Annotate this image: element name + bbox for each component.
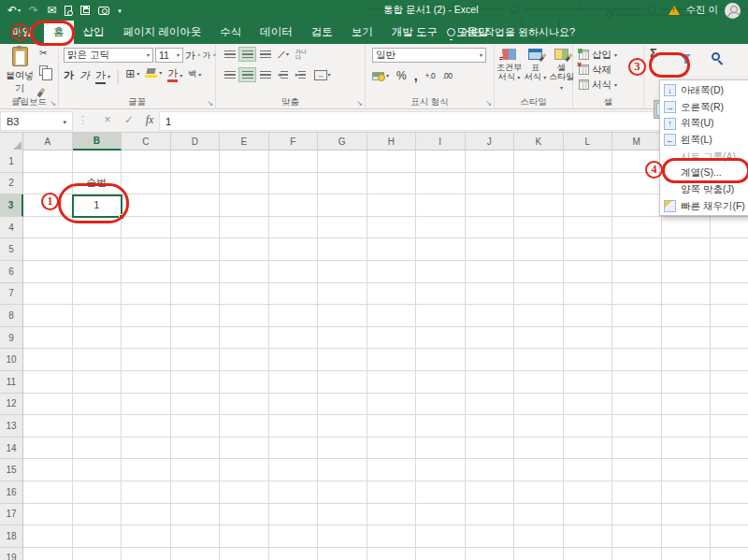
align-center-button[interactable] [239, 68, 255, 81]
cell-F18[interactable] [269, 525, 319, 548]
column-header-K[interactable]: K [514, 133, 564, 151]
sort-filter-button[interactable] [680, 48, 691, 65]
increase-indent-button[interactable]: ▸ [293, 68, 309, 81]
cell-I7[interactable] [416, 283, 466, 306]
cell-K8[interactable] [514, 305, 564, 327]
cell-I14[interactable] [416, 438, 466, 460]
cell-D1[interactable] [171, 151, 221, 173]
cell-N16[interactable] [662, 481, 712, 504]
font-size-combo[interactable]: 11▾ [155, 48, 183, 63]
cell-I17[interactable] [416, 504, 466, 526]
cell-E13[interactable] [220, 415, 269, 438]
cell-A6[interactable] [23, 261, 73, 283]
cell-I19[interactable] [416, 548, 466, 560]
cell-O4[interactable] [711, 217, 748, 239]
column-header-M[interactable]: M [612, 133, 662, 151]
cell-K14[interactable] [514, 438, 564, 460]
cell-E7[interactable] [220, 283, 269, 306]
cell-E4[interactable] [220, 217, 269, 239]
cell-E5[interactable] [220, 238, 269, 261]
row-header-1[interactable]: 1 [0, 151, 23, 173]
cell-I2[interactable] [416, 173, 466, 195]
align-bottom-button[interactable] [257, 48, 273, 61]
cell-J7[interactable] [466, 283, 515, 306]
cell-A15[interactable] [23, 459, 73, 481]
cell-F9[interactable] [269, 327, 319, 350]
cell-N4[interactable] [662, 217, 712, 239]
cell-O19[interactable] [711, 548, 748, 560]
cell-H10[interactable] [367, 349, 417, 371]
borders-button[interactable]: ⊞▾ [125, 68, 139, 79]
cell-L11[interactable] [564, 371, 613, 394]
delete-cells-button[interactable]: 삭제 [579, 63, 617, 77]
column-header-E[interactable]: E [220, 133, 269, 151]
select-all-corner[interactable] [0, 133, 23, 151]
cell-M7[interactable] [612, 283, 662, 306]
cell-E17[interactable] [220, 504, 269, 526]
cell-D10[interactable] [171, 349, 221, 371]
cell-H15[interactable] [367, 459, 417, 481]
warning-icon[interactable] [669, 6, 680, 15]
cell-B1[interactable] [73, 151, 122, 173]
cell-E1[interactable] [220, 151, 269, 173]
cell-E15[interactable] [220, 459, 269, 481]
fill-handle[interactable] [119, 214, 124, 220]
cell-I8[interactable] [416, 305, 466, 327]
cell-H3[interactable] [367, 194, 417, 217]
cell-J6[interactable] [466, 261, 515, 283]
cell-I18[interactable] [416, 525, 466, 548]
cell-K2[interactable] [514, 173, 564, 195]
cell-A19[interactable] [23, 548, 73, 560]
cell-I11[interactable] [416, 371, 466, 394]
cell-E16[interactable] [220, 481, 269, 504]
cell-B19[interactable] [73, 548, 122, 560]
cell-G13[interactable] [318, 415, 367, 438]
cell-J14[interactable] [466, 438, 515, 460]
cell-M14[interactable] [612, 438, 662, 460]
cell-E14[interactable] [220, 438, 269, 460]
cell-F17[interactable] [269, 504, 319, 526]
cell-D15[interactable] [171, 459, 221, 481]
cell-B15[interactable] [73, 459, 122, 481]
cell-H8[interactable] [367, 305, 417, 327]
cell-J19[interactable] [466, 548, 515, 560]
cell-J15[interactable] [466, 459, 515, 481]
cell-N13[interactable] [662, 415, 712, 438]
cell-D9[interactable] [171, 327, 221, 350]
cell-G14[interactable] [318, 438, 367, 460]
align-left-button[interactable] [222, 68, 237, 81]
cell-J18[interactable] [466, 525, 515, 548]
cell-H17[interactable] [367, 504, 417, 526]
menu-item-fill-up[interactable]: 위쪽(U) [660, 115, 748, 132]
cell-E18[interactable] [220, 525, 269, 548]
name-box[interactable]: B3▾ [0, 111, 73, 131]
user-name[interactable]: 수진 이 [686, 4, 718, 17]
cell-E3[interactable] [220, 194, 269, 217]
cell-D19[interactable] [171, 548, 221, 560]
cell-O12[interactable] [711, 394, 748, 416]
italic-button[interactable]: 가 [79, 68, 90, 82]
cell-D16[interactable] [171, 481, 221, 504]
cell-M11[interactable] [612, 371, 662, 394]
cell-L18[interactable] [564, 525, 613, 548]
cell-A1[interactable] [23, 151, 73, 173]
row-header-12[interactable]: 12 [0, 394, 23, 416]
cell-E12[interactable] [220, 394, 269, 416]
cell-J16[interactable] [466, 481, 515, 504]
cell-F15[interactable] [269, 459, 319, 481]
formula-bar-splitter[interactable]: ⋮ [78, 114, 88, 126]
cell-A13[interactable] [23, 415, 73, 438]
cell-B11[interactable] [73, 371, 122, 394]
cell-D17[interactable] [171, 504, 221, 526]
cut-button[interactable]: ✂ [39, 48, 47, 58]
row-header-10[interactable]: 10 [0, 349, 23, 371]
cell-L14[interactable] [564, 438, 613, 460]
cell-G3[interactable] [318, 194, 367, 217]
email-icon[interactable]: ✉ [47, 5, 56, 16]
column-header-H[interactable]: H [367, 133, 417, 151]
decrease-indent-button[interactable]: ◂ [275, 68, 291, 81]
cell-D14[interactable] [171, 438, 221, 460]
cell-G9[interactable] [318, 327, 367, 350]
cell-N8[interactable] [662, 305, 712, 327]
cell-B9[interactable] [73, 327, 122, 350]
